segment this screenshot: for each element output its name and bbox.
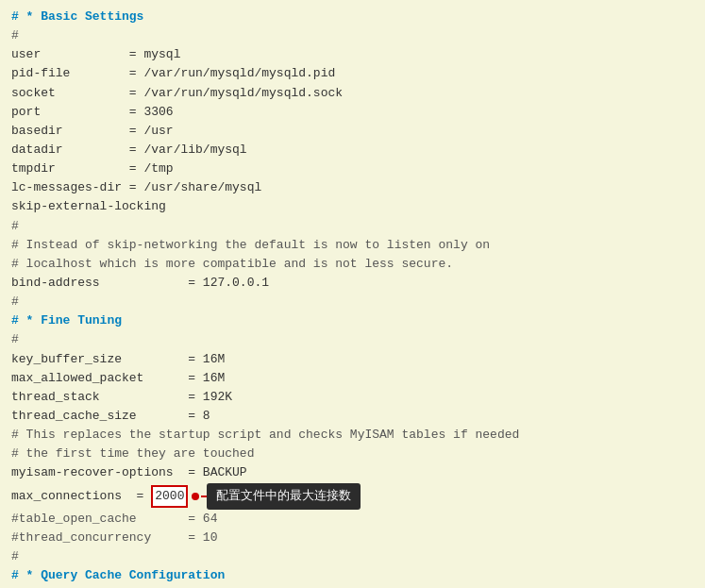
code-container: # * Basic Settings#user = mysqlpid-file … (0, 0, 705, 588)
code-line: skip-external-locking (11, 197, 694, 216)
tooltip-bubble: 配置文件中的最大连接数 (207, 483, 361, 510)
code-line: # * Basic Settings (11, 8, 694, 26)
code-line: thread_stack = 192K (11, 388, 694, 407)
code-line: # Instead of skip-networking the default… (11, 236, 694, 255)
code-line: # * Fine Tuning (11, 311, 694, 330)
code-line: # This replaces the startup script and c… (11, 426, 694, 445)
code-line: # (11, 547, 694, 566)
max-connections-key: max_connections = (11, 487, 151, 506)
code-line: # * Query Cache Configuration (11, 566, 694, 585)
code-line: #thread_concurrency = 10 (11, 529, 694, 547)
code-line: user = mysql (11, 45, 694, 64)
code-line: # localhost which is more compatible and… (11, 255, 694, 274)
code-line: #table_open_cache = 64 (11, 510, 694, 529)
code-line: key_buffer_size = 16M (11, 350, 694, 369)
max-connections-line: max_connections = 2000配置文件中的最大连接数 (11, 483, 694, 510)
code-line: max_allowed_packet = 16M (11, 369, 694, 388)
code-line: port = 3306 (11, 103, 694, 122)
code-line: thread_cache_size = 8 (11, 407, 694, 426)
code-line: tmpdir = /tmp (11, 160, 694, 178)
code-line: # (11, 330, 694, 349)
code-line: myisam-recover-options = BACKUP (11, 463, 694, 482)
code-line: pid-file = /var/run/mysqld/mysqld.pid (11, 64, 694, 83)
max-connections-value: 2000 (151, 485, 188, 508)
tooltip-arrow: 配置文件中的最大连接数 (192, 483, 361, 510)
code-line: bind-address = 127.0.0.1 (11, 274, 694, 293)
code-line: basedir = /usr (11, 122, 694, 141)
code-line: # the first time they are touched (11, 445, 694, 463)
code-line: # (11, 26, 694, 45)
code-line: lc-messages-dir = /usr/share/mysql (11, 178, 694, 197)
code-line: # (11, 293, 694, 311)
tooltip-dot (192, 493, 199, 500)
code-line: datadir = /var/lib/mysql (11, 141, 694, 160)
code-line: # (11, 217, 694, 236)
code-line: socket = /var/run/mysqld/mysqld.sock (11, 84, 694, 103)
